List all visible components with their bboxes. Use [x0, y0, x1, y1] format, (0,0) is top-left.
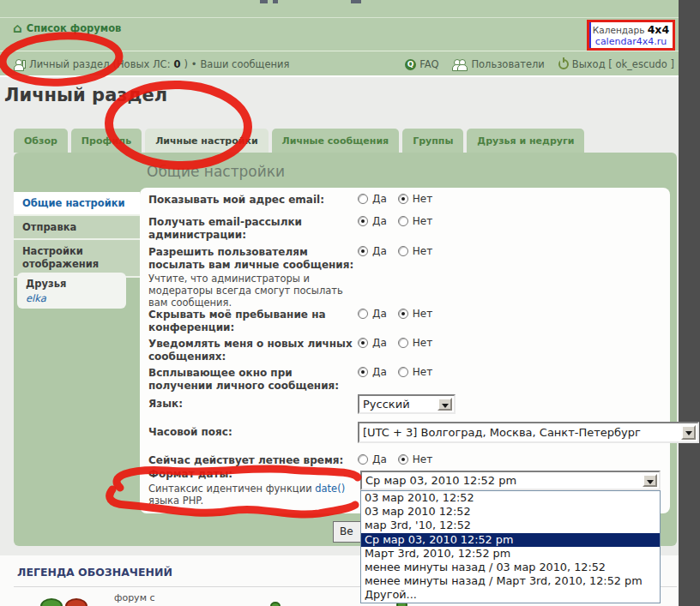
clipped-text-fragment: [260, 0, 268, 3]
calendar-banner[interactable]: Календарь 4x4 calendar4x4.ru: [587, 20, 675, 51]
setting-row: Скрывать моё пребывание на конференции: …: [148, 309, 509, 333]
your-messages-link[interactable]: Ваши сообщения: [200, 58, 289, 70]
setting-label: Уведомлять меня о новых личных сообщения…: [148, 338, 358, 363]
radio-no[interactable]: [398, 194, 408, 204]
radio-no[interactable]: [398, 367, 408, 377]
radio-no[interactable]: [398, 309, 408, 319]
radio-group: Да Нет: [358, 308, 439, 320]
setting-row: Разрешить пользователям посылать вам лич…: [148, 246, 509, 309]
radio-no[interactable]: [398, 454, 408, 465]
pm-suffix: ) •: [184, 58, 197, 70]
radio-group: Да Нет: [358, 453, 439, 465]
setting-label: Показывать мой адрес email:: [148, 194, 358, 207]
calendar-banner-url[interactable]: calendar4x4.ru: [589, 36, 673, 47]
members-link[interactable]: Пользователи: [452, 58, 544, 70]
radio-yes[interactable]: [358, 309, 368, 319]
tab-friends-foes[interactable]: Друзья и недруги: [467, 129, 584, 153]
divider: [0, 17, 700, 18]
radio-group: Да Нет: [358, 366, 439, 378]
radio-no[interactable]: [398, 246, 408, 256]
header: ⌂ Список форумов vA^ Календарь 4x4 calen…: [0, 0, 700, 77]
forum-list-link[interactable]: ⌂ Список форумов: [13, 22, 121, 34]
members-icon: [452, 59, 468, 70]
setting-row: Уведомлять меня о новых личных сообщения…: [148, 338, 509, 363]
new-pm-count: 0: [174, 58, 181, 70]
logout-link[interactable]: Выход [ ok_escudo ]: [558, 58, 674, 70]
timezone-select[interactable]: [UTC + 3] Волгоград, Москва, Санкт-Петер…: [358, 422, 699, 443]
calendar-banner-word: Календарь: [593, 25, 644, 35]
dropdown-option[interactable]: Март 3rd, 2010, 12:52 pm: [361, 547, 660, 561]
friend-link[interactable]: elka: [26, 292, 126, 304]
home-icon: ⌂: [13, 23, 22, 33]
radio-yes[interactable]: [358, 246, 368, 256]
tab-profile[interactable]: Профиль: [71, 129, 142, 153]
radio-yes[interactable]: [358, 367, 368, 377]
radio-group: Да Нет: [358, 337, 439, 349]
date-format-label: Формат даты:: [148, 468, 358, 481]
tab-overview[interactable]: Обзор: [14, 129, 68, 153]
setting-label: Получать email-рассылки администрации:: [148, 216, 358, 241]
radio-yes[interactable]: [358, 338, 368, 348]
legend-heading: ЛЕГЕНДА ОБОЗНАЧЕНИЙ: [17, 566, 172, 579]
tab-groups[interactable]: Группы: [402, 129, 463, 153]
personal-section-link[interactable]: Личный раздел: [29, 58, 109, 70]
radio-group: Да Нет: [358, 215, 439, 227]
setting-row: Получать email-рассылки администрации: Д…: [148, 216, 509, 241]
clipped-text-fragment: [351, 0, 361, 3]
dst-row: Сейчас действует летнее время: Да Нет: [148, 454, 509, 467]
page-title: Личный раздел: [4, 85, 167, 105]
setting-row: Всплывающее окно при получении личного с…: [148, 367, 509, 392]
panel-heading: Общие настройки: [147, 163, 285, 180]
friends-title: Друзья: [26, 278, 126, 290]
language-label: Язык:: [148, 398, 358, 411]
radio-no[interactable]: [398, 216, 408, 226]
setting-row: Показывать мой адрес email: Да Нет: [148, 194, 509, 207]
dropdown-option[interactable]: менее минуты назад / Март 3rd, 2010, 12:…: [361, 574, 660, 588]
dropdown-arrow-icon[interactable]: [681, 425, 696, 440]
sidebar-item-display-settings[interactable]: Настройки отображения: [14, 240, 140, 276]
new-pm-text: (Новых ЛС:: [112, 58, 170, 70]
sidebar-item-general-settings[interactable]: Общие настройки: [14, 192, 140, 214]
dropdown-option[interactable]: мар 3rd, '10, 12:52: [361, 519, 660, 532]
legend-icon: [270, 602, 281, 606]
setting-label: Скрывать моё пребывание на конференции:: [148, 309, 358, 333]
user-bar: Личный раздел (Новых ЛС: 0 ) • Ваши сооб…: [0, 51, 700, 77]
timezone-label: Часовой пояс:: [148, 426, 358, 439]
language-select[interactable]: Русский: [358, 394, 456, 414]
radio-group: Да Нет: [358, 245, 439, 257]
setting-hint: Учтите, что администраторы и модераторы …: [148, 273, 358, 309]
dropdown-arrow-icon[interactable]: [438, 398, 452, 411]
dropdown-option[interactable]: Ср мар 03, 2010 12:52 pm: [361, 533, 660, 547]
radio-group: Да Нет: [358, 193, 439, 205]
tab-preferences[interactable]: Личные настройки: [145, 129, 268, 153]
faq-icon: Q: [405, 59, 416, 70]
ucp-tabs: Обзор Профиль Личные настройки Личные со…: [14, 129, 588, 153]
date-format-select[interactable]: Ср мар 03, 2010 12:52 pm: [360, 471, 661, 490]
dropdown-option[interactable]: 03 мар 2010, 12:52: [361, 491, 660, 505]
radio-yes[interactable]: [358, 216, 368, 226]
friends-box: Друзья elka: [17, 273, 126, 309]
sidebar-item-sending-messages[interactable]: Отправка сообщений: [14, 216, 140, 238]
date-format-dropdown-list: 03 мар 2010, 12:52 03 мар 2010 12:52 мар…: [360, 490, 661, 603]
forum-list-label: Список форумов: [27, 22, 122, 34]
calendar-banner-4x4: 4x4: [648, 23, 669, 36]
tab-private-messages[interactable]: Личные сообщения: [272, 129, 400, 153]
dropdown-arrow-icon[interactable]: [643, 474, 657, 487]
power-icon: [558, 59, 569, 69]
radio-yes[interactable]: [358, 194, 368, 204]
dst-label: Сейчас действует летнее время:: [148, 454, 358, 467]
clipped-text-fragment: [273, 0, 278, 3]
setting-label: Разрешить пользователям посылать вам лич…: [148, 246, 358, 271]
php-date-link[interactable]: date(): [315, 483, 345, 495]
dropdown-option[interactable]: менее минуты назад / 03 мар 2010, 12:52: [361, 561, 660, 574]
outside-page-area: [679, 0, 700, 606]
dropdown-option[interactable]: 03 мар 2010 12:52: [361, 505, 660, 519]
radio-yes[interactable]: [358, 454, 368, 465]
faq-link[interactable]: Q FAQ: [405, 58, 438, 70]
radio-no[interactable]: [398, 338, 408, 348]
legend-caption: форум с: [114, 592, 154, 603]
personal-section-icon: [14, 59, 26, 70]
setting-label: Всплывающее окно при получении личного с…: [148, 367, 358, 392]
date-format-hint: Синтаксис идентичен функции date() языка…: [148, 483, 358, 507]
dropdown-option[interactable]: Другой...: [361, 588, 660, 602]
